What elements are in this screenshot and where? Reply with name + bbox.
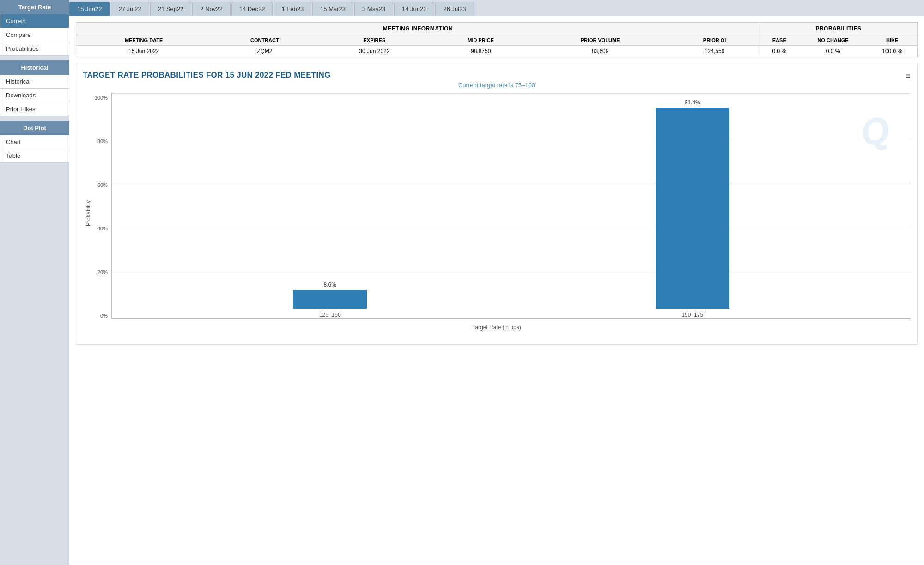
chart-plot: 8.6% 125–150 91.4% 150–175 — [111, 93, 911, 319]
tab-15jun22[interactable]: 15 Jun22 — [69, 2, 110, 16]
y-label-0: 0% — [100, 313, 108, 319]
cell-expires: 30 Jun 2022 — [318, 46, 431, 57]
y-label-100: 100% — [95, 95, 108, 101]
sidebar-section-historical[interactable]: Historical — [0, 60, 69, 75]
chart-title: TARGET RATE PROBABILITIES FOR 15 JUN 202… — [83, 71, 911, 80]
meeting-information: MEETING INFORMATION MEETING DATE CONTRAC… — [76, 23, 760, 57]
cell-no-change: 0.0 % — [799, 46, 868, 57]
bar-2-x-label: 150–175 — [681, 312, 703, 318]
col-meeting-date: MEETING DATE — [76, 35, 211, 46]
bar-1 — [293, 290, 367, 309]
bar-1-x-label: 125–150 — [319, 312, 341, 318]
sidebar-item-table[interactable]: Table — [0, 149, 69, 163]
tab-26jul23[interactable]: 26 Jul23 — [435, 2, 474, 16]
cell-hike: 100.0 % — [868, 46, 917, 57]
cell-contract: ZQM2 — [211, 46, 318, 57]
sidebar-section-dot-plot[interactable]: Dot Plot — [0, 121, 69, 135]
tab-21sep22[interactable]: 21 Sep22 — [150, 2, 192, 16]
sidebar-item-prior-hikes[interactable]: Prior Hikes — [0, 102, 69, 116]
tab-2nov22[interactable]: 2 Nov22 — [192, 2, 230, 16]
tab-bar: 15 Jun22 27 Jul22 21 Sep22 2 Nov22 14 De… — [69, 0, 924, 16]
sidebar-group-target-rate: Target Rate Current Compare Probabilitie… — [0, 0, 69, 56]
meeting-info-row: 15 Jun 2022 ZQM2 30 Jun 2022 98.8750 83,… — [76, 46, 760, 57]
cell-prior-volume: 83,609 — [531, 46, 669, 57]
tab-14dec22[interactable]: 14 Dec22 — [231, 2, 273, 16]
chart-container: TARGET RATE PROBABILITIES FOR 15 JUN 202… — [76, 64, 918, 345]
sidebar-item-compare[interactable]: Compare — [0, 28, 69, 42]
col-prior-oi: PRIOR OI — [669, 35, 760, 46]
main-panel: 15 Jun22 27 Jul22 21 Sep22 2 Nov22 14 De… — [69, 0, 924, 565]
sidebar-item-probabilities[interactable]: Probabilities — [0, 42, 69, 56]
col-prior-volume: PRIOR VOLUME — [531, 35, 669, 46]
col-hike: HIKE — [868, 35, 917, 46]
sidebar-item-current[interactable]: Current — [0, 14, 69, 28]
col-contract: CONTRACT — [211, 35, 318, 46]
sidebar-item-downloads[interactable]: Downloads — [0, 89, 69, 102]
bar-2 — [656, 108, 729, 309]
y-label-40: 40% — [97, 226, 108, 231]
sidebar: Target Rate Current Compare Probabilitie… — [0, 0, 69, 565]
bar-group-1: 8.6% 125–150 — [293, 282, 367, 318]
cell-meeting-date: 15 Jun 2022 — [76, 46, 211, 57]
tab-15mar23[interactable]: 15 Mar23 — [312, 2, 353, 16]
tab-27jul22[interactable]: 27 Jul22 — [111, 2, 149, 16]
cell-ease: 0.0 % — [760, 46, 799, 57]
bar-1-value-label: 8.6% — [324, 282, 336, 288]
meeting-info-title: MEETING INFORMATION — [76, 23, 760, 35]
tab-1feb23[interactable]: 1 Feb23 — [274, 2, 311, 16]
tab-14jun23[interactable]: 14 Jun23 — [394, 2, 435, 16]
bar-group-2: 91.4% 150–175 — [656, 99, 729, 318]
tab-3may23[interactable]: 3 May23 — [354, 2, 393, 16]
sidebar-item-historical[interactable]: Historical — [0, 75, 69, 89]
probabilities-table: EASE NO CHANGE HIKE 0.0 % 0.0 % 100.0 % — [760, 35, 917, 57]
col-no-change: NO CHANGE — [799, 35, 868, 46]
col-expires: EXPIRES — [318, 35, 431, 46]
probabilities-section: PROBABILITIES EASE NO CHANGE HIKE 0.0 % … — [760, 23, 917, 57]
bars-container: 8.6% 125–150 91.4% 150–175 — [112, 93, 911, 318]
sidebar-item-chart[interactable]: Chart — [0, 135, 69, 149]
meeting-info-table: MEETING DATE CONTRACT EXPIRES MID PRICE … — [76, 35, 760, 57]
col-ease: EASE — [760, 35, 799, 46]
sidebar-group-dot-plot: Dot Plot Chart Table — [0, 121, 69, 163]
chart-subtitle: Current target rate is 75–100 — [83, 82, 911, 89]
y-label-20: 20% — [97, 270, 108, 275]
menu-icon[interactable]: ≡ — [905, 71, 911, 81]
bar-2-value-label: 91.4% — [685, 99, 700, 106]
cell-prior-oi: 124,556 — [669, 46, 760, 57]
bar-chart-area: Probability 100% 80% 60% 40% 20% 0% — [83, 93, 911, 333]
sidebar-section-target-rate[interactable]: Target Rate — [0, 0, 69, 14]
info-container: MEETING INFORMATION MEETING DATE CONTRAC… — [76, 22, 918, 57]
y-axis-labels: 100% 80% 60% 40% 20% 0% — [92, 93, 111, 333]
cell-mid-price: 98.8750 — [431, 46, 531, 57]
y-axis-title: Probability — [83, 93, 92, 333]
y-label-80: 80% — [97, 138, 108, 144]
probabilities-row: 0.0 % 0.0 % 100.0 % — [760, 46, 917, 57]
col-mid-price: MID PRICE — [431, 35, 531, 46]
sidebar-group-historical: Historical Historical Downloads Prior Hi… — [0, 60, 69, 116]
y-label-60: 60% — [97, 182, 108, 188]
content-area: MEETING INFORMATION MEETING DATE CONTRAC… — [69, 16, 924, 565]
probabilities-title: PROBABILITIES — [760, 23, 917, 35]
